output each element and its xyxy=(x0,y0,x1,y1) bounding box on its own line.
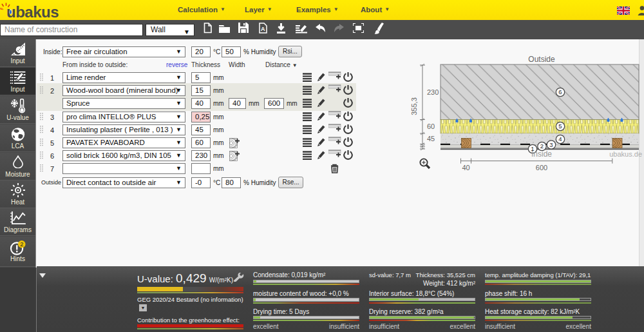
svg-text:Outside: Outside xyxy=(528,55,555,64)
svg-text:4: 4 xyxy=(558,135,562,142)
svg-text:6: 6 xyxy=(558,88,562,95)
svg-text:45: 45 xyxy=(427,135,435,142)
svg-text:2: 2 xyxy=(540,142,544,150)
svg-text:600: 600 xyxy=(536,164,547,171)
svg-text:ubakus.de: ubakus.de xyxy=(609,150,642,158)
svg-text:3: 3 xyxy=(549,141,553,148)
svg-text:2: 2 xyxy=(20,241,23,248)
svg-text:60: 60 xyxy=(427,122,435,130)
svg-text:ubakus: ubakus xyxy=(6,3,59,21)
svg-text:230: 230 xyxy=(427,88,439,96)
svg-text:A: A xyxy=(261,26,265,32)
svg-text:355,3: 355,3 xyxy=(410,97,418,115)
svg-text:40: 40 xyxy=(462,164,469,171)
svg-text:5: 5 xyxy=(558,122,562,130)
svg-text:Inside: Inside xyxy=(531,150,552,159)
